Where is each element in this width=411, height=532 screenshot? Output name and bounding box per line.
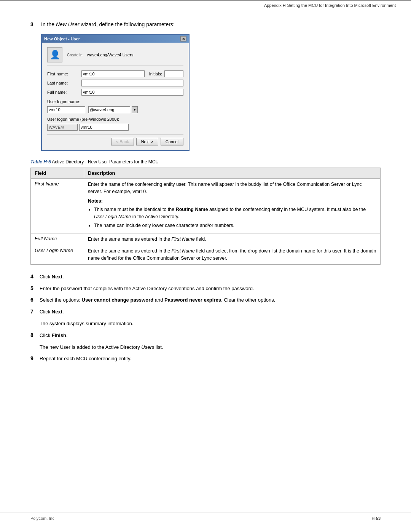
step7-num: 7 xyxy=(30,308,40,315)
table-row: First Name Enter the name of the confere… xyxy=(31,179,381,233)
step6-row: 6 Select the options: User cannot change… xyxy=(30,296,381,304)
logon-domain-input[interactable] xyxy=(88,106,130,113)
last-name-label: Last name: xyxy=(47,81,81,85)
dialog-titlebar: New Object - User ✕ xyxy=(42,35,189,43)
step7-content: Click Next. xyxy=(40,308,64,316)
step4-row: 4 Click Next. xyxy=(30,273,381,281)
next-button[interactable]: Next > xyxy=(136,138,158,145)
field-full-name: Full Name xyxy=(31,233,84,245)
user-icon: 👤 xyxy=(47,47,62,62)
pre-windows-label: User logon name (pre-Windows 2000): xyxy=(47,117,183,121)
step8-row: 8 Click Finish. xyxy=(30,332,381,340)
step6-content: Select the options: User cannot change p… xyxy=(40,296,275,304)
col-field: Field xyxy=(31,168,84,179)
step9-num: 9 xyxy=(30,355,40,361)
logon-row: ▼ xyxy=(47,106,183,113)
desc-first-name: Enter the name of the conferencing entit… xyxy=(84,179,381,233)
table-caption-rest: Active Directory - New User Parameters f… xyxy=(51,159,159,165)
table-caption: Table H-5 Active Directory - New User Pa… xyxy=(30,159,381,165)
dialog-body: 👤 Create in: wave4.eng/Wave4 Users First… xyxy=(42,43,189,150)
create-value: wave4.eng/Wave4 Users xyxy=(87,53,134,57)
logon-name-input[interactable] xyxy=(47,106,85,113)
note-item-1: This name must be the identical to the R… xyxy=(94,206,376,220)
pre-windows-row xyxy=(47,124,183,131)
step7-row: 7 Click Next. xyxy=(30,308,381,316)
table-caption-bold: Table H-5 xyxy=(30,159,51,165)
step5-num: 5 xyxy=(30,285,40,291)
page-footer: Polycom, Inc. H-53 xyxy=(0,513,411,521)
dialog-buttons: < Back Next > Cancel xyxy=(47,134,183,145)
step5-row: 5 Enter the password that complies with … xyxy=(30,285,381,293)
step8-content: Click Finish. xyxy=(40,332,68,340)
steps-section: 4 Click Next. 5 Enter the password that … xyxy=(30,273,381,363)
step3-intro: 3 In the New User wizard, define the fol… xyxy=(30,21,381,27)
footer-page: H-53 xyxy=(371,516,381,521)
parameters-table: Field Description First Name Enter the n… xyxy=(30,168,381,265)
step5-content: Enter the password that complies with th… xyxy=(40,285,254,293)
create-label: Create in: xyxy=(67,53,83,57)
domain-dropdown-button[interactable]: ▼ xyxy=(132,106,138,113)
main-content: 3 In the New User wizard, define the fol… xyxy=(0,10,411,390)
wizard-name-italic: New User xyxy=(56,21,79,27)
dialog-close-button[interactable]: ✕ xyxy=(180,36,186,42)
step9-row: 9 Repeat for each MCU conferencing entit… xyxy=(30,355,381,363)
step8-sub: The new User is added to the Active Dire… xyxy=(40,343,381,351)
field-user-login-name: User Login Name xyxy=(31,245,84,265)
full-name-label: Full name: xyxy=(47,90,81,94)
table-row: Full Name Enter the same name as entered… xyxy=(31,233,381,245)
notes-list: This name must be the identical to the R… xyxy=(94,206,376,229)
footer-company: Polycom, Inc. xyxy=(30,516,56,521)
step6-num: 6 xyxy=(30,297,40,303)
step3-text: In the New User wizard, define the follo… xyxy=(41,21,175,27)
initials-input[interactable] xyxy=(164,70,183,77)
header-text: Appendix H-Setting the MCU for Integrati… xyxy=(264,3,396,8)
last-name-input[interactable] xyxy=(81,80,183,86)
create-info: Create in: wave4.eng/Wave4 Users xyxy=(67,53,133,57)
first-name-row: Initials: xyxy=(81,70,183,77)
pre-win-domain-input[interactable] xyxy=(47,124,78,131)
back-button[interactable]: < Back xyxy=(111,138,134,145)
table-row: User Login Name Enter the same name as e… xyxy=(31,245,381,265)
dialog-header-row: 👤 Create in: wave4.eng/Wave4 Users xyxy=(47,47,183,66)
step4-num: 4 xyxy=(30,273,40,280)
field-first-name: First Name xyxy=(31,179,84,233)
first-name-label: First name: xyxy=(47,72,81,76)
desc-user-login-name: Enter the same name as entered in the Fi… xyxy=(84,245,381,265)
col-description: Description xyxy=(84,168,381,179)
full-name-input[interactable] xyxy=(81,89,183,96)
pre-win-user-input[interactable] xyxy=(79,124,129,131)
initials-label: Initials: xyxy=(149,72,162,76)
desc-full-name: Enter the same name as entered in the Fi… xyxy=(84,233,381,245)
step4-content: Click Next. xyxy=(40,273,64,281)
step3-number: 3 xyxy=(30,21,38,27)
table-header-row: Field Description xyxy=(31,168,381,179)
page-header: Appendix H-Setting the MCU for Integrati… xyxy=(0,0,411,10)
cancel-button[interactable]: Cancel xyxy=(161,138,183,145)
dialog-wrapper: New Object - User ✕ 👤 Create in: wave4.e… xyxy=(41,34,381,151)
dialog-title: New Object - User xyxy=(44,37,80,41)
notes-label: Notes: xyxy=(88,198,376,205)
step9-content: Repeat for each MCU conferencing entity. xyxy=(40,355,131,363)
note-item-2: The name can include only lower case cha… xyxy=(94,222,376,229)
step7-sub: The system displays summary information. xyxy=(40,320,381,328)
first-name-input[interactable] xyxy=(81,70,145,77)
step8-num: 8 xyxy=(30,332,40,338)
new-object-user-dialog: New Object - User ✕ 👤 Create in: wave4.e… xyxy=(41,34,190,151)
dialog-fields: First name: Initials: Last name: Full na… xyxy=(47,70,183,131)
logon-section-label: User logon name: xyxy=(47,99,183,104)
